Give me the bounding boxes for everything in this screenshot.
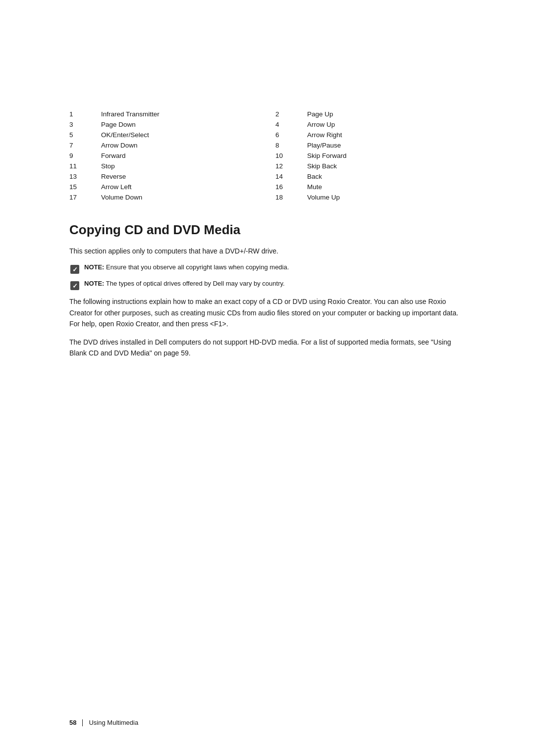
table-row: 17 Volume Down 18 Volume Up [69,192,466,202]
row-num-left: 11 [69,161,101,171]
svg-text:✓: ✓ [72,266,78,273]
note-icon-2: ✓ [69,280,80,291]
row-label-right: Back [307,171,466,182]
row-label-left: OK/Enter/Select [101,130,275,140]
row-num-right: 8 [275,140,307,151]
footer-separator [82,719,83,726]
row-label-left: Infrared Transmitter [101,109,275,119]
row-num-right: 14 [275,171,307,182]
table-row: 5 OK/Enter/Select 6 Arrow Right [69,130,466,140]
row-num-right: 16 [275,182,307,192]
row-num-right: 12 [275,161,307,171]
row-num-left: 15 [69,182,101,192]
row-label-left: Page Down [101,119,275,130]
row-num-right: 2 [275,109,307,119]
note-icon-1: ✓ [69,264,80,275]
note-2: ✓ NOTE: The types of optical drives offe… [69,280,466,291]
intro-text: This section applies only to computers t… [69,246,466,256]
row-label-right: Skip Forward [307,151,466,161]
section-heading: Copying CD and DVD Media [69,222,466,238]
row-label-right: Page Up [307,109,466,119]
note-2-label: NOTE: [84,280,104,287]
row-num-right: 10 [275,151,307,161]
page: 1 Infrared Transmitter 2 Page Up 3 Page … [0,0,535,756]
row-num-left: 7 [69,140,101,151]
row-label-right: Volume Up [307,192,466,202]
para-2: The DVD drives installed in Dell compute… [69,337,466,359]
para-1: The following instructions explain how t… [69,296,466,329]
row-num-left: 13 [69,171,101,182]
footer-page-number: 58 [69,719,76,726]
row-label-left: Arrow Down [101,140,275,151]
reference-table-section: 1 Infrared Transmitter 2 Page Up 3 Page … [69,109,466,202]
row-num-right: 4 [275,119,307,130]
note-2-text: NOTE: The types of optical drives offere… [84,280,285,287]
row-label-left: Stop [101,161,275,171]
row-num-left: 5 [69,130,101,140]
row-label-right: Arrow Up [307,119,466,130]
row-label-left: Volume Down [101,192,275,202]
row-label-right: Mute [307,182,466,192]
svg-text:✓: ✓ [72,282,78,290]
footer: 58 Using Multimedia [69,719,466,726]
row-num-left: 3 [69,119,101,130]
note-1-label: NOTE: [84,263,104,271]
table-row: 11 Stop 12 Skip Back [69,161,466,171]
note-2-content: The types of optical drives offered by D… [106,280,285,287]
table-row: 15 Arrow Left 16 Mute [69,182,466,192]
note-1: ✓ NOTE: Ensure that you observe all copy… [69,263,466,275]
row-num-right: 6 [275,130,307,140]
note-1-text: NOTE: Ensure that you observe all copyri… [84,263,289,271]
row-label-right: Arrow Right [307,130,466,140]
table-row: 7 Arrow Down 8 Play/Pause [69,140,466,151]
table-row: 13 Reverse 14 Back [69,171,466,182]
row-num-left: 9 [69,151,101,161]
numbered-table: 1 Infrared Transmitter 2 Page Up 3 Page … [69,109,466,202]
table-row: 1 Infrared Transmitter 2 Page Up [69,109,466,119]
row-label-right: Skip Back [307,161,466,171]
row-label-right: Play/Pause [307,140,466,151]
row-num-right: 18 [275,192,307,202]
row-label-left: Arrow Left [101,182,275,192]
footer-section-name: Using Multimedia [89,719,138,726]
table-row: 3 Page Down 4 Arrow Up [69,119,466,130]
row-label-left: Reverse [101,171,275,182]
row-num-left: 1 [69,109,101,119]
note-1-content: Ensure that you observe all copyright la… [106,263,289,271]
row-num-left: 17 [69,192,101,202]
row-label-left: Forward [101,151,275,161]
table-row: 9 Forward 10 Skip Forward [69,151,466,161]
